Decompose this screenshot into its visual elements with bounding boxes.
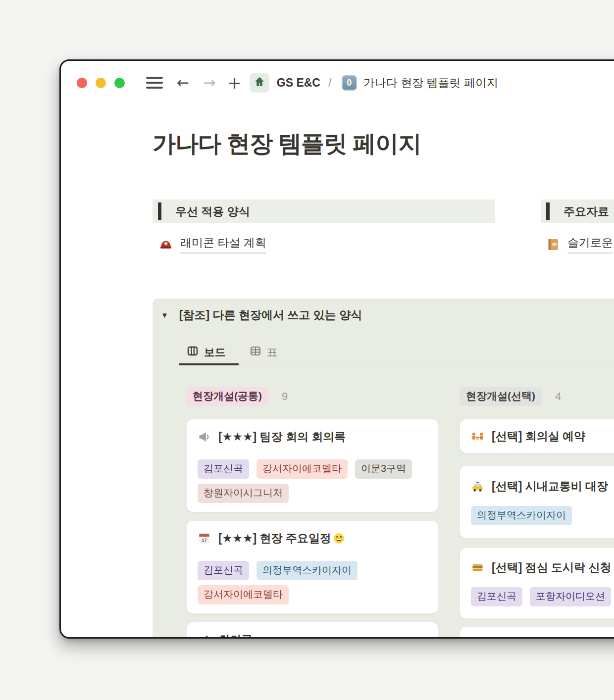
chevron-down-icon[interactable]: ▼ xyxy=(161,311,168,319)
new-page-icon[interactable]: + xyxy=(227,74,242,91)
meeting-icon xyxy=(471,430,484,443)
callout-title: 우선 적용 양식 xyxy=(175,204,250,219)
sandwich-icon xyxy=(471,561,484,574)
card-tags: 김포신곡 의정부역스카이자이 강서자이에코델타 xyxy=(198,561,427,604)
page-link-label: 래미콘 타설 계획 xyxy=(180,235,266,253)
active-tab-indicator xyxy=(179,363,239,365)
home-button[interactable] xyxy=(250,73,269,93)
callout-title: 주요자료 xyxy=(563,204,609,219)
breadcrumb-page[interactable]: 가나다 현장 템플릿 페이지 xyxy=(363,75,498,91)
board-card[interactable]: 17 [★★★] 현장 주요일정 김포신곡 의정부역스카이자이 강서자이에코델타 xyxy=(186,520,439,614)
board-column-header: 현장개설(공통) 9 xyxy=(186,387,288,406)
page-link-remicon-plan[interactable]: 래미콘 타설 계획 xyxy=(159,235,266,253)
grinning-face-icon xyxy=(333,532,345,545)
rescue-helmet-icon xyxy=(159,238,173,251)
window-toolbar: ← → + GS E&C / 0 가나다 현장 템플릿 페이지 xyxy=(61,61,614,104)
card-title: [★★★] 현장 주요일정 xyxy=(218,531,345,546)
table-view-icon xyxy=(250,345,261,360)
forward-icon[interactable]: → xyxy=(203,75,215,90)
tab-table-view[interactable]: 표 xyxy=(242,341,286,364)
app-window: ← → + GS E&C / 0 가나다 현장 템플릿 페이지 가나다 현장 템… xyxy=(59,59,614,639)
section-toggle[interactable]: ▼ [참조] 다른 현장에서 쓰고 있는 양식 xyxy=(161,307,362,323)
board-card[interactable]: [선택] 시내교통비 대장 의정부역스카이자이 xyxy=(460,465,614,539)
callout-key-materials: 주요자료 xyxy=(541,200,614,223)
breadcrumb-workspace[interactable]: GS E&C xyxy=(277,76,320,89)
tabs-divider xyxy=(179,365,614,365)
callout-priority-forms: 우선 적용 양식 xyxy=(153,200,495,223)
breadcrumb: GS E&C / xyxy=(277,76,337,90)
tab-board-view[interactable]: 보드 xyxy=(179,341,234,364)
column-badge: 현장개설(선택) xyxy=(460,387,542,406)
card-title: [선택] 시내교통비 대장 xyxy=(492,479,608,494)
tab-label: 표 xyxy=(267,345,278,360)
board-card[interactable] xyxy=(460,626,614,639)
calendar-17-icon: 17 xyxy=(198,532,211,545)
card-tags: 의정부역스카이자이 xyxy=(471,506,614,525)
callout-accent-bar xyxy=(546,202,550,220)
column-count: 9 xyxy=(282,390,288,403)
card-title: [★★★] 팀장 회의 회의록 xyxy=(218,429,346,445)
tag: 의정부역스카이자이 xyxy=(256,561,358,580)
tag: 김포신곡 xyxy=(471,587,522,606)
callout-accent-bar xyxy=(158,202,161,220)
section-toggle-title: [참조] 다른 현장에서 쓰고 있는 양식 xyxy=(179,307,362,323)
breadcrumb-separator: / xyxy=(328,76,331,89)
taxi-icon xyxy=(471,480,484,493)
menu-icon[interactable] xyxy=(146,77,163,89)
page-link-notebook[interactable]: 슬기로운 xyxy=(546,235,613,253)
tag: 강서자이에코델타 xyxy=(198,585,289,604)
card-title: [선택] 점심 도시락 신청 xyxy=(492,560,612,575)
view-tabs: 보드 표 xyxy=(179,341,286,364)
card-title: [선택] 회의실 예약 xyxy=(492,429,585,444)
board-card[interactable]: [선택] 회의실 예약 xyxy=(460,419,614,453)
tag: 김포신곡 xyxy=(198,459,249,479)
tag: 이문3구역 xyxy=(355,459,412,479)
card-tags: 김포신곡 포항자이디오션 xyxy=(471,587,614,606)
megaphone-icon xyxy=(198,430,211,444)
card-title: 회의록 xyxy=(218,632,253,639)
page-link-label: 슬기로운 xyxy=(567,235,613,253)
svg-text:17: 17 xyxy=(202,537,207,543)
maximize-window-button[interactable] xyxy=(114,78,125,88)
board-card[interactable]: [선택] 점심 도시락 신청 김포신곡 포항자이디오션 xyxy=(460,548,614,619)
board-column-header: 현장개설(선택) 4 xyxy=(460,387,561,406)
notebook-icon xyxy=(546,238,560,251)
home-icon xyxy=(254,76,265,90)
column-count: 4 xyxy=(555,390,561,403)
card-tags: 김포신곡 강서자이에코델타 이문3구역 창원자이시그니처 xyxy=(198,459,427,503)
minimize-window-button[interactable] xyxy=(96,78,106,88)
page-title: 가나다 현장 템플릿 페이지 xyxy=(153,128,421,159)
board-card[interactable]: 회의록 xyxy=(186,622,439,639)
board-card[interactable]: [★★★] 팀장 회의 회의록 김포신곡 강서자이에코델타 이문3구역 창원자이… xyxy=(186,419,439,512)
tag: 김포신곡 xyxy=(198,561,249,580)
traffic-lights xyxy=(77,78,125,88)
page-keycap-icon: 0 xyxy=(342,75,357,91)
close-window-button[interactable] xyxy=(77,78,87,88)
toggle-section: ▼ [참조] 다른 현장에서 쓰고 있는 양식 보드 표 현장개설(공통) 9 xyxy=(153,299,614,639)
tag: 강서자이에코델타 xyxy=(256,459,348,479)
column-badge: 현장개설(공통) xyxy=(186,387,268,406)
writing-hand-icon xyxy=(198,633,211,639)
tab-label: 보드 xyxy=(204,345,226,360)
board-view-icon xyxy=(187,345,199,360)
back-icon[interactable]: ← xyxy=(177,75,189,90)
tag: 의정부역스카이자이 xyxy=(471,506,572,525)
tag: 창원자이시그니처 xyxy=(198,484,289,503)
tag: 포항자이디오션 xyxy=(530,587,611,606)
